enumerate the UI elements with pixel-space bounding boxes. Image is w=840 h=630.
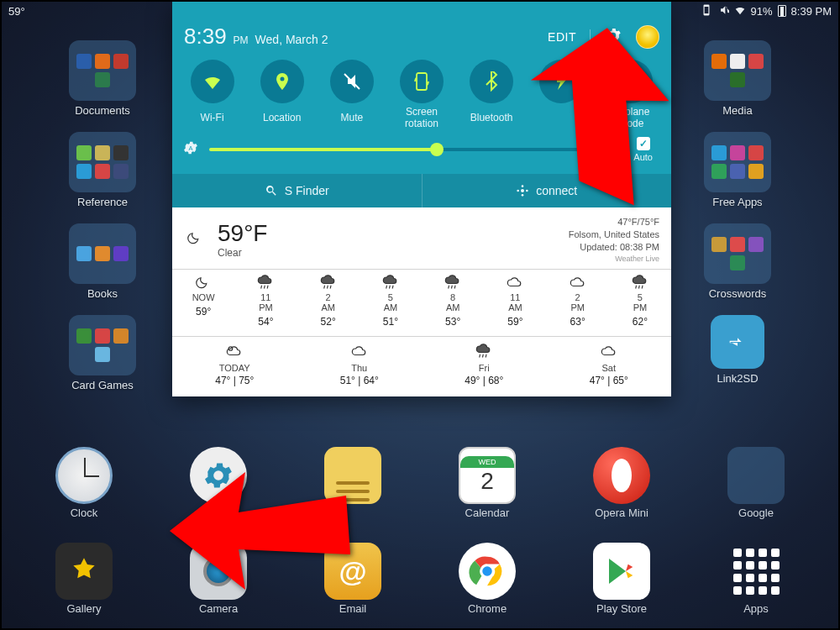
outdoor-temp: 59° — [8, 5, 25, 18]
weather-provider: Weather Live — [569, 254, 659, 264]
app-chrome[interactable]: Chrome — [447, 543, 528, 615]
hourly-cell: 11PM54° — [234, 270, 297, 336]
folder-reference[interactable]: Reference — [62, 132, 143, 208]
app-clock[interactable]: Clock — [44, 447, 124, 519]
svg-line-20 — [452, 285, 453, 288]
weather-location: Folsom, United States — [569, 228, 659, 241]
app-camera[interactable]: Camera — [178, 543, 259, 615]
folder-google[interactable]: Google — [716, 447, 796, 519]
svg-line-14 — [327, 285, 328, 288]
auto-brightness-checkbox[interactable]: ✓Auto — [633, 137, 653, 162]
hourly-cell: 2AM52° — [297, 270, 360, 336]
folder-free-apps[interactable]: Free Apps — [697, 132, 778, 208]
app-play-store[interactable]: Play Store — [581, 543, 662, 615]
weather-hilo: 47°F/75°F — [569, 216, 659, 228]
folder-documents[interactable]: Documents — [62, 40, 143, 117]
s-finder-button[interactable]: S Finder — [172, 174, 423, 207]
svg-point-5 — [521, 189, 524, 192]
svg-line-28 — [486, 354, 487, 358]
panel-datetime: 8:39 PM Wed, March 2 — [184, 24, 328, 50]
left-folder-column: Documents Reference Books Card Games — [52, 40, 153, 407]
quick-connect-button[interactable]: connect — [423, 174, 672, 207]
quick-toggles: Wi-FiLocationMuteScreenrotationBluetooth… — [172, 55, 671, 132]
folder-media[interactable]: Media — [697, 40, 778, 117]
svg-line-11 — [265, 285, 265, 288]
svg-line-10 — [261, 285, 262, 288]
daily-cell: Fri49° | 68° — [422, 337, 547, 396]
svg-text:A: A — [189, 144, 193, 152]
svg-line-22 — [636, 285, 637, 288]
right-folder-column: Media Free Apps Crosswords Link2SD — [687, 40, 788, 400]
dock-row-2: Gallery Camera @Email Chrome Play Store … — [44, 543, 796, 615]
brightness-slider[interactable] — [209, 148, 623, 151]
svg-line-27 — [483, 354, 484, 358]
hourly-forecast: NOW59°11PM54°2AM52°5AM51°8AM53°11AM59°2P… — [172, 270, 671, 337]
svg-line-18 — [392, 285, 393, 288]
status-time: 8:39 PM — [791, 5, 832, 18]
app-settings[interactable]: Settings — [178, 447, 259, 519]
svg-line-23 — [638, 285, 639, 288]
hourly-cell: 11AM59° — [484, 270, 546, 336]
wifi-icon — [734, 4, 746, 18]
folder-books[interactable]: Books — [62, 223, 143, 300]
hourly-cell: NOW59° — [172, 270, 234, 336]
vibrate-icon — [701, 4, 712, 18]
settings-gear-icon[interactable] — [604, 26, 622, 48]
hourly-cell: 2PM63° — [547, 270, 609, 336]
svg-line-13 — [323, 285, 324, 288]
svg-line-16 — [386, 285, 387, 288]
edit-button[interactable]: EDIT — [548, 30, 576, 44]
daily-forecast: TODAY47° | 75°Thu51° | 64°Fri49° | 68°Sa… — [172, 337, 671, 396]
svg-point-6 — [517, 190, 520, 192]
svg-line-19 — [449, 285, 449, 288]
svg-line-24 — [642, 285, 643, 288]
notification-panel[interactable]: 8:39 PM Wed, March 2 EDIT Wi-FiLocationM… — [172, 2, 671, 396]
weather-updated: Updated: 08:38 PM — [569, 241, 659, 254]
svg-line-12 — [268, 285, 269, 288]
weather-card[interactable]: 59°F Clear 47°F/75°F Folsom, United Stat… — [172, 207, 671, 396]
user-avatar[interactable] — [636, 25, 659, 49]
svg-line-17 — [389, 285, 390, 288]
battery-percent: 91% — [751, 5, 773, 18]
app-link2sd[interactable]: Link2SD — [697, 315, 778, 385]
daily-cell: Sat47° | 65° — [547, 337, 672, 396]
app-calendar[interactable]: WED2Calendar — [447, 447, 528, 519]
app-opera-mini[interactable]: Opera Mini — [581, 447, 662, 519]
toggle-bluetooth[interactable]: Bluetooth — [457, 60, 527, 130]
current-temp: 59°F — [218, 220, 267, 247]
svg-line-26 — [480, 354, 480, 358]
app-notes[interactable]: Email — [312, 447, 393, 519]
dock-row-1: Clock Settings Email WED2Calendar Opera … — [44, 447, 796, 519]
mute-icon — [717, 4, 729, 18]
brightness-row: A ✓Auto — [172, 132, 671, 174]
app-email[interactable]: @Email — [312, 543, 393, 615]
svg-line-15 — [330, 285, 331, 288]
toggle-screen-rotation[interactable]: Screenrotation — [386, 60, 456, 130]
svg-point-8 — [522, 185, 524, 187]
app-drawer[interactable]: Apps — [716, 543, 796, 615]
moon-icon — [184, 230, 206, 249]
toggle-airplane-mode[interactable]: Airplanemode — [596, 60, 666, 130]
daily-cell: TODAY47° | 75° — [172, 337, 297, 396]
current-condition: Clear — [218, 247, 267, 259]
battery-icon — [778, 5, 786, 17]
svg-point-7 — [526, 190, 528, 192]
toggle-location[interactable]: Location — [247, 60, 317, 130]
daily-cell: Thu51° | 64° — [297, 337, 423, 396]
auto-brightness-icon: A — [182, 139, 199, 160]
hourly-cell: 5AM51° — [360, 270, 422, 336]
svg-line-3 — [344, 74, 360, 89]
toggle-mute[interactable]: Mute — [317, 60, 386, 130]
svg-line-21 — [454, 285, 455, 288]
toggle-wi-fi[interactable]: Wi-Fi — [177, 60, 247, 130]
toggle-flash[interactable] — [527, 60, 596, 130]
app-gallery[interactable]: Gallery — [44, 543, 124, 615]
hourly-cell: 5PM62° — [609, 270, 671, 336]
hourly-cell: 8AM53° — [422, 270, 484, 336]
folder-card-games[interactable]: Card Games — [62, 315, 143, 391]
folder-crosswords[interactable]: Crosswords — [697, 223, 778, 300]
svg-point-9 — [522, 194, 524, 197]
